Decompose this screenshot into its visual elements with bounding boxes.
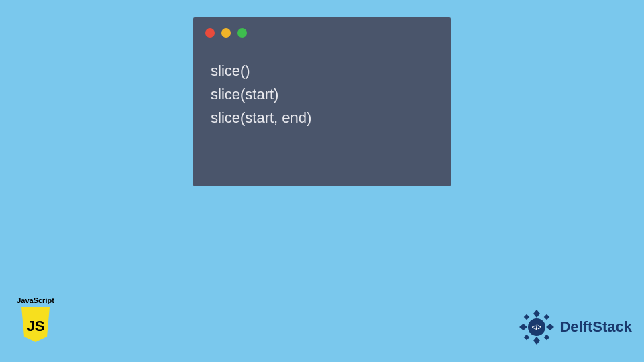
code-line: slice() (211, 59, 433, 82)
javascript-label: JavaScript (15, 296, 56, 304)
code-body: slice() slice(start) slice(start, end) (193, 38, 451, 130)
javascript-shield-icon: JS (19, 306, 52, 343)
delftstack-name: DelftStack (559, 318, 632, 336)
minimize-icon (221, 28, 231, 38)
delftstack-badge: </> DelftStack (518, 308, 632, 346)
close-icon (205, 28, 215, 38)
svg-text:</>: </> (532, 324, 542, 331)
svg-text:JS: JS (27, 318, 45, 335)
javascript-badge: JavaScript JS (15, 296, 56, 346)
window-traffic-lights (193, 17, 451, 38)
delftstack-logo-icon: </> (518, 308, 555, 346)
maximize-icon (237, 28, 247, 38)
code-window: slice() slice(start) slice(start, end) (193, 17, 451, 186)
code-line: slice(start, end) (211, 106, 433, 129)
code-line: slice(start) (211, 82, 433, 106)
